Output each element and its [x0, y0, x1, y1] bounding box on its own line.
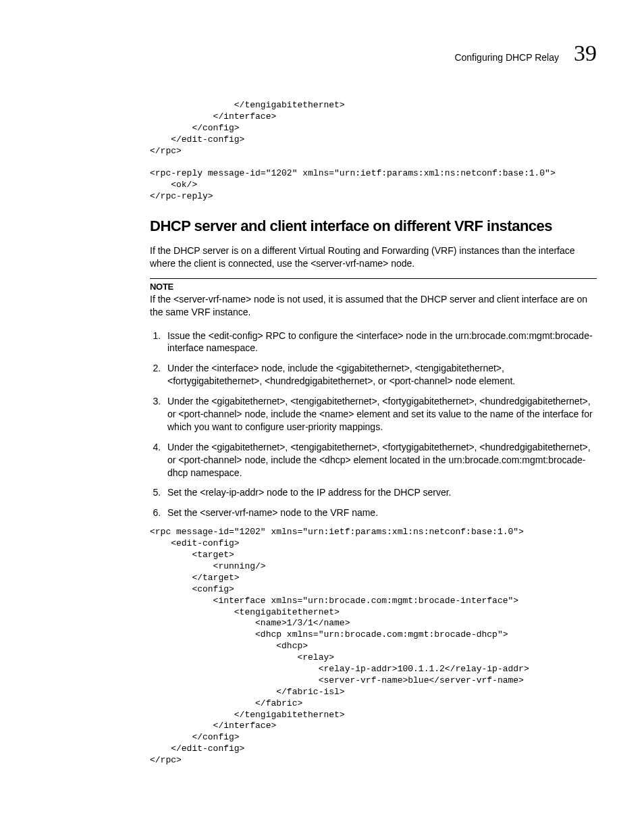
list-item: Under the <gigabitethernet>, <tengigabit…	[163, 441, 597, 479]
header-title: Configuring DHCP Relay	[454, 52, 559, 63]
note-text: If the <server-vrf-name> node is not use…	[150, 293, 597, 319]
section-intro: If the DHCP server is on a different Vir…	[150, 244, 597, 270]
page: Configuring DHCP Relay 39 </tengigabitet…	[0, 0, 644, 834]
steps-list: Issue the <edit-config> RPC to configure…	[150, 330, 597, 520]
list-item: Under the <interface> node, include the …	[163, 362, 597, 388]
note-divider	[150, 278, 597, 279]
note-label: NOTE	[150, 282, 597, 292]
code-block-bottom: <rpc message-id="1202" xmlns="urn:ietf:p…	[150, 527, 597, 766]
section-title: DHCP server and client interface on diff…	[150, 217, 597, 235]
page-content: </tengigabitethernet> </interface> </con…	[150, 100, 597, 766]
header-chapter-number: 39	[574, 41, 597, 66]
list-item: Set the <server-vrf-name> node to the VR…	[163, 506, 597, 519]
list-item: Set the <relay-ip-addr> node to the IP a…	[163, 486, 597, 499]
page-header: Configuring DHCP Relay 39	[47, 41, 597, 66]
code-block-top: </tengigabitethernet> </interface> </con…	[150, 100, 597, 203]
list-item: Issue the <edit-config> RPC to configure…	[163, 330, 597, 355]
list-item: Under the <gigabitethernet>, <tengigabit…	[163, 395, 597, 434]
